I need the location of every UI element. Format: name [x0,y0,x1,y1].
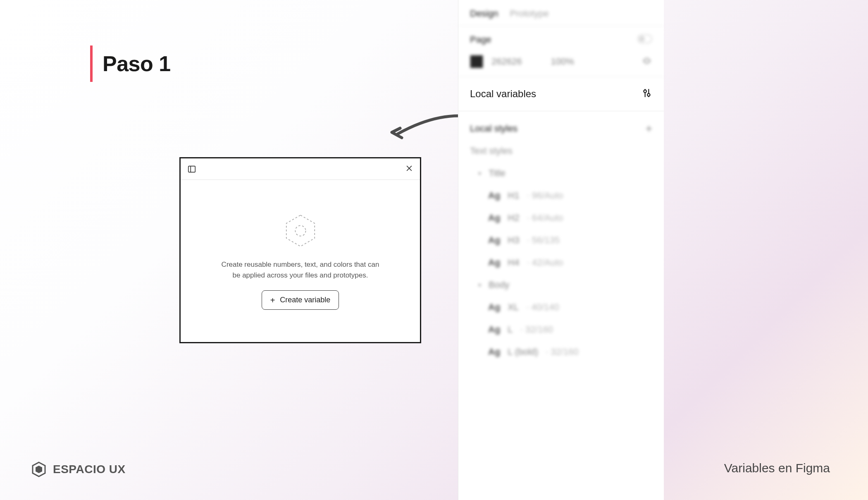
plus-icon: + [270,296,275,304]
style-name: H2 [508,213,519,223]
svg-rect-0 [188,166,196,172]
tab-design[interactable]: Design [470,8,498,19]
svg-point-9 [644,90,646,93]
style-name: L (bold) [508,347,538,357]
tab-prototype[interactable]: Prototype [510,8,548,19]
style-size: · 64/Auto [527,213,563,223]
hexagon-placeholder-icon [282,212,319,249]
style-size: · 96/Auto [527,190,563,201]
panel-tabs: Design Prototype [458,0,664,26]
ag-icon: Ag [488,213,500,223]
style-group-title[interactable]: ▾ Title [458,162,664,184]
group-name: Title [489,168,506,179]
sliders-icon[interactable] [641,88,652,100]
create-variable-button[interactable]: + Create variable [262,290,339,310]
ag-icon: Ag [488,257,500,268]
local-variables-title: Local variables [470,88,536,100]
eye-icon[interactable] [641,55,652,68]
modal-description: Create reusable numbers, text, and color… [218,259,383,280]
page-section: Page 262626 100% [458,26,664,77]
style-size: · 32/160 [546,347,579,357]
style-size: · 56/135 [527,235,560,246]
inspector-panel: Design Prototype Page 262626 100% Local … [458,0,664,500]
brand-logo: ESPACIO UX [31,461,126,478]
close-icon[interactable] [405,164,413,174]
svg-point-11 [647,93,650,96]
text-styles-label: Text styles [458,140,664,162]
svg-marker-13 [36,466,42,473]
style-item-h2[interactable]: Ag H2 · 64/Auto [458,207,664,229]
footer-caption: Variables en Figma [724,461,830,475]
page-color-row: 262626 100% [470,55,652,68]
modal-header [181,158,420,180]
modal-body: Create reusable numbers, text, and color… [181,180,420,342]
style-group-body[interactable]: ▾ Body [458,274,664,296]
page-label: Page [470,34,491,45]
color-swatch[interactable] [470,55,483,68]
local-styles-section: Local styles + [458,111,664,140]
chevron-down-icon: ▾ [478,282,481,288]
logo-text: ESPACIO UX [53,463,126,476]
style-item-h3[interactable]: Ag H3 · 56/135 [458,229,664,251]
style-size: · 40/140 [526,302,559,313]
accent-bar [90,45,93,82]
color-hex[interactable]: 262626 [491,56,522,67]
svg-point-5 [295,225,305,236]
style-item-h4[interactable]: Ag H4 · 42/Auto [458,251,664,274]
style-name: H4 [508,257,519,268]
ag-icon: Ag [488,302,500,313]
ag-icon: Ag [488,347,500,357]
style-item-h1[interactable]: Ag H1 · 96/Auto [458,184,664,207]
ag-icon: Ag [488,190,500,201]
toggle-icon[interactable] [637,34,652,45]
variables-modal: Create reusable numbers, text, and color… [179,157,421,343]
annotation-arrow [389,112,463,145]
sidebar-toggle-icon[interactable] [187,165,196,174]
step-title-wrapper: Paso 1 [90,45,171,82]
style-size: · 42/Auto [527,257,563,268]
local-styles-title: Local styles [470,123,517,134]
ag-icon: Ag [488,235,500,246]
style-item-l[interactable]: Ag L · 32/160 [458,318,664,341]
style-item-xl[interactable]: Ag XL · 40/140 [458,296,664,318]
style-size: · 32/160 [520,324,553,335]
create-button-label: Create variable [280,296,330,304]
add-style-icon[interactable]: + [646,122,652,135]
ag-icon: Ag [488,324,500,335]
style-name: L [508,324,513,335]
group-name: Body [489,280,509,290]
local-variables-section: Local variables [458,77,664,111]
logo-icon [31,461,47,478]
style-item-l-bold[interactable]: Ag L (bold) · 32/160 [458,341,664,363]
style-name: XL [508,302,519,313]
svg-point-7 [639,36,645,42]
style-name: H1 [508,190,519,201]
chevron-down-icon: ▾ [478,170,481,177]
style-name: H3 [508,235,519,246]
svg-marker-4 [286,215,314,246]
color-opacity[interactable]: 100% [551,56,574,67]
step-title: Paso 1 [103,51,171,76]
